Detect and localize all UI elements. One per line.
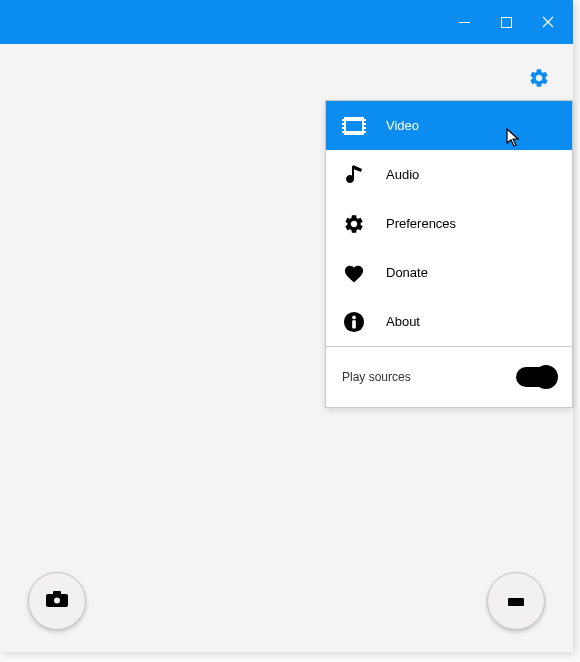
svg-rect-13	[364, 133, 366, 135]
svg-rect-20	[508, 598, 524, 606]
menu-label: Audio	[386, 167, 556, 182]
svg-rect-6	[342, 125, 344, 127]
svg-rect-16	[352, 320, 356, 328]
app-window: Video Audio Preferences	[0, 0, 573, 652]
svg-point-15	[352, 315, 356, 319]
minus-icon	[508, 592, 524, 610]
minimize-button[interactable]	[443, 0, 485, 44]
svg-rect-7	[342, 129, 344, 131]
svg-rect-0	[459, 22, 470, 23]
maximize-button[interactable]	[485, 0, 527, 44]
camera-button[interactable]	[28, 572, 86, 630]
svg-rect-12	[364, 129, 366, 131]
play-sources-row: Play sources	[326, 347, 572, 407]
content-area: Video Audio Preferences	[0, 44, 573, 652]
svg-rect-5	[342, 121, 344, 123]
gear-icon	[528, 67, 550, 93]
titlebar	[0, 0, 573, 44]
play-sources-toggle[interactable]	[516, 367, 556, 387]
menu-label: Video	[386, 118, 556, 133]
menu-item-preferences[interactable]: Preferences	[326, 199, 572, 248]
svg-rect-1	[501, 17, 511, 27]
settings-dropdown: Video Audio Preferences	[325, 100, 573, 408]
menu-item-about[interactable]: About	[326, 297, 572, 346]
svg-rect-9	[364, 117, 366, 119]
svg-rect-8	[342, 133, 344, 135]
close-button[interactable]	[527, 0, 569, 44]
svg-rect-18	[53, 591, 61, 595]
info-icon	[342, 310, 366, 334]
music-note-icon	[342, 163, 366, 187]
menu-item-audio[interactable]: Audio	[326, 150, 572, 199]
svg-rect-10	[364, 121, 366, 123]
svg-point-19	[54, 598, 60, 604]
stop-button[interactable]	[487, 572, 545, 630]
svg-rect-3	[346, 121, 362, 131]
heart-icon	[342, 261, 366, 285]
menu-label: Preferences	[386, 216, 556, 231]
svg-rect-11	[364, 125, 366, 127]
settings-button[interactable]	[525, 66, 553, 94]
menu-label: About	[386, 314, 556, 329]
camera-icon	[46, 591, 68, 611]
toggle-label: Play sources	[342, 370, 411, 384]
svg-rect-4	[342, 117, 344, 119]
menu-item-donate[interactable]: Donate	[326, 248, 572, 297]
menu-label: Donate	[386, 265, 556, 280]
film-icon	[342, 114, 366, 138]
menu-item-video[interactable]: Video	[326, 101, 572, 150]
gear-icon	[342, 212, 366, 236]
